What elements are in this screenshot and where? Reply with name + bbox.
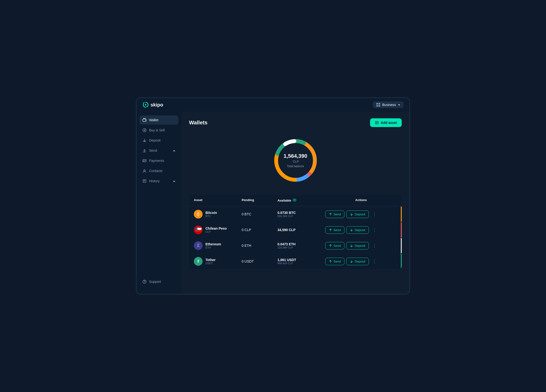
svg-point-8	[144, 282, 145, 283]
btc-actions: Send Deposit ⋮	[325, 211, 397, 218]
chart-section: 1,564,390 CLP Total balance	[189, 134, 402, 187]
btc-symbol: BTC	[205, 215, 217, 218]
eth-actions: Send Deposit ⋮	[325, 242, 397, 249]
grid-icon	[376, 103, 380, 107]
history-icon	[142, 179, 147, 183]
sidebar-item-history-label: History	[149, 179, 160, 183]
clp-actions: Send Deposit ⋮	[325, 226, 397, 234]
sidebar-item-history[interactable]: History ▶	[139, 176, 178, 186]
donut-center: 1,564,390 CLP Total balance	[282, 153, 309, 168]
sidebar-item-send[interactable]: Send ▶	[139, 146, 178, 155]
logo: skipo	[142, 101, 163, 108]
usdt-symbol: USDT	[205, 262, 216, 265]
svg-point-5	[144, 170, 145, 171]
clp-available: 34,590 CLP	[277, 228, 325, 232]
sidebar-item-buy-sell[interactable]: Buy & Sell	[139, 126, 178, 135]
page-header: Wallets Add asset	[189, 118, 402, 127]
clp-send-button[interactable]: Send	[325, 226, 344, 234]
sidebar-item-wallet[interactable]: Wallet	[139, 115, 178, 125]
add-asset-button[interactable]: Add asset	[370, 118, 402, 127]
th-asset: Asset	[194, 198, 242, 203]
asset-cell-usdt: ₮ Tether USDT	[194, 257, 242, 266]
table-row: ₿ Bitcoin BTC 0 BTC 0.0730 BTC 560,384 C…	[189, 206, 402, 222]
table-row: Ξ Ethereum ETH 0 ETH 0.0473 ETH 120,989 …	[189, 238, 402, 254]
clp-deposit-button[interactable]: Deposit	[346, 226, 369, 234]
table-row: 🇨🇱 Chilean Peso CLP 0 CLP 34,590 CLP	[189, 222, 402, 238]
balance-amount: 1,564,390	[284, 153, 307, 159]
sidebar: Wallet Buy & Sell Deposit	[136, 112, 181, 294]
eth-icon: Ξ	[194, 241, 203, 250]
deposit-icon	[142, 138, 147, 143]
add-asset-icon	[375, 121, 379, 125]
app-shell: skipo Business ▼ Wallet	[136, 98, 410, 294]
btc-row-accent	[401, 206, 402, 222]
eth-more-button[interactable]: ⋮	[371, 242, 378, 249]
donut-chart: 1,564,390 CLP Total balance	[269, 134, 322, 187]
clp-more-button[interactable]: ⋮	[371, 226, 378, 234]
sidebar-item-payments-label: Payments	[149, 159, 164, 163]
clp-symbol: CLP	[205, 230, 227, 233]
sidebar-item-deposit[interactable]: Deposit	[139, 136, 178, 145]
usdt-row-accent	[401, 254, 402, 269]
sidebar-item-contacts-label: Contacts	[149, 169, 162, 173]
btc-name: Bitcoin	[205, 211, 217, 215]
sidebar-item-payments[interactable]: Payments	[139, 156, 178, 165]
svg-point-0	[145, 104, 146, 106]
eth-name: Ethereum	[205, 242, 221, 246]
svg-rect-4	[143, 159, 146, 162]
btc-deposit-button[interactable]: Deposit	[346, 211, 369, 218]
btc-icon: ₿	[194, 210, 203, 219]
contacts-icon	[142, 169, 147, 173]
wallet-icon	[142, 118, 147, 122]
usdt-available: 1,061 USDT 848,426 CLP	[277, 258, 325, 265]
eth-pending: 0 ETH	[242, 244, 277, 248]
payments-icon	[142, 158, 147, 163]
svg-point-16	[294, 200, 295, 201]
usdt-deposit-button[interactable]: Deposit	[346, 258, 369, 265]
svg-rect-6	[143, 180, 146, 182]
btc-more-button[interactable]: ⋮	[371, 211, 378, 218]
usdt-pending: 0 USDT	[242, 259, 277, 263]
business-label: Business	[382, 103, 396, 107]
clp-pending: 0 CLP	[242, 228, 277, 232]
support-icon	[142, 279, 147, 284]
usdt-actions: Send Deposit ⋮	[325, 258, 397, 265]
asset-cell-eth: Ξ Ethereum ETH	[194, 241, 242, 250]
sidebar-item-support-label: Support	[149, 280, 161, 284]
main-content: Wallets Add asset	[181, 112, 410, 294]
usdt-icon: ₮	[194, 257, 203, 266]
eye-icon[interactable]	[293, 198, 296, 203]
page-title: Wallets	[189, 120, 207, 126]
th-available: Available	[277, 198, 325, 203]
eth-row-accent	[401, 238, 402, 253]
eth-deposit-button[interactable]: Deposit	[346, 242, 369, 249]
eth-symbol: ETH	[205, 246, 221, 249]
send-chevron-icon: ▶	[174, 149, 175, 152]
send-icon	[142, 148, 147, 153]
table-header: Asset Pending Available Actions	[189, 195, 402, 206]
header: skipo Business ▼	[136, 98, 410, 112]
btc-send-button[interactable]: Send	[325, 211, 344, 218]
sidebar-item-support[interactable]: Support	[139, 277, 178, 286]
sidebar-nav: Wallet Buy & Sell Deposit	[136, 115, 181, 186]
history-chevron-icon: ▶	[174, 180, 175, 182]
btc-available: 0.0730 BTC 560,384 CLP	[277, 211, 325, 218]
sidebar-item-contacts[interactable]: Contacts	[139, 166, 178, 175]
chevron-down-icon: ▼	[398, 104, 400, 106]
body: Wallet Buy & Sell Deposit	[136, 112, 410, 294]
business-button[interactable]: Business ▼	[373, 101, 404, 108]
usdt-more-button[interactable]: ⋮	[371, 258, 378, 265]
add-asset-label: Add asset	[381, 121, 397, 125]
assets-table: Asset Pending Available Actions	[189, 195, 402, 269]
asset-cell-clp: 🇨🇱 Chilean Peso CLP	[194, 226, 242, 234]
th-actions: Actions	[325, 198, 397, 203]
table-row: ₮ Tether USDT 0 USDT 1,061 USDT 848,426 …	[189, 254, 402, 269]
clp-name: Chilean Peso	[205, 226, 227, 230]
eth-send-button[interactable]: Send	[325, 242, 344, 249]
logo-text: skipo	[151, 102, 163, 108]
sidebar-item-deposit-label: Deposit	[149, 138, 160, 142]
clp-row-accent	[401, 222, 402, 238]
usdt-send-button[interactable]: Send	[325, 258, 344, 265]
sidebar-item-wallet-label: Wallet	[149, 118, 158, 122]
svg-point-2	[145, 120, 146, 121]
